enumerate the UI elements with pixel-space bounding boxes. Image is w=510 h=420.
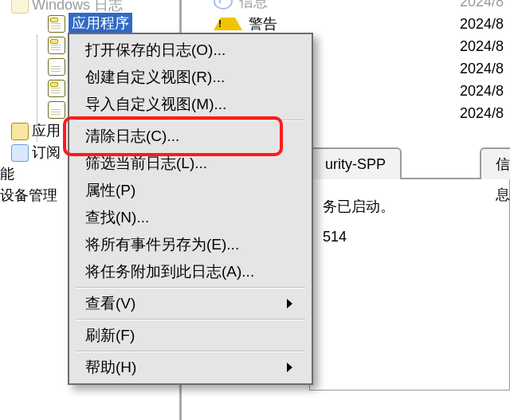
tree-item-label: 设备管理: [0, 185, 57, 206]
info-icon: [214, 0, 233, 10]
log-icon: [48, 58, 65, 76]
submenu-arrow-icon: [287, 354, 292, 381]
event-level: 警告: [249, 14, 277, 33]
event-date: 2024/8: [460, 16, 510, 33]
detail-text: 务已启动。: [323, 197, 496, 216]
detail-text: 514: [323, 229, 496, 245]
context-menu-item-r[interactable]: 创建自定义视图(R)...: [71, 64, 310, 91]
menu-item-label: 创建自定义视图(R)...: [85, 64, 225, 91]
detail-tabbar: urity-SPP 信息: [309, 147, 510, 179]
context-menu-item-v[interactable]: 查看(V): [71, 290, 310, 317]
context-menu-item-e[interactable]: 将所有事件另存为(E)...: [71, 231, 310, 258]
tab-label: urity-SPP: [325, 156, 386, 172]
menu-item-label: 筛选当前日志(L)...: [85, 150, 207, 177]
detail-body: 务已启动。 514: [309, 179, 510, 391]
menu-item-label: 帮助(H): [85, 354, 136, 381]
menu-item-label: 刷新(F): [85, 322, 135, 349]
submenu-arrow-icon: [287, 290, 292, 317]
tab-details[interactable]: 信息: [480, 147, 510, 179]
context-menu-item-l[interactable]: 筛选当前日志(L)...: [71, 150, 310, 177]
context-menu-separator: [76, 287, 305, 289]
log-icon: [48, 37, 65, 54]
context-menu-item-f[interactable]: 刷新(F): [71, 322, 310, 349]
menu-item-label: 导入自定义视图(M)...: [85, 91, 226, 118]
event-date: 2024/8: [460, 0, 510, 10]
context-menu-item-h[interactable]: 帮助(H): [71, 354, 310, 381]
tree-item-label: 应用程序: [69, 13, 132, 34]
event-date: 2024/8: [460, 38, 510, 55]
event-date: 2024/8: [460, 83, 510, 100]
event-date: 2024/8: [460, 61, 510, 77]
tree-guide-line: [37, 35, 37, 142]
tree-item-application[interactable]: 应用程序: [0, 13, 179, 34]
menu-item-label: 将任务附加到此日志(A)...: [85, 258, 254, 285]
folder-icon: [11, 123, 29, 140]
tree-item-label: 订阅: [32, 142, 61, 163]
menu-item-label: 打开保存的日志(O)...: [85, 37, 226, 64]
context-menu: 打开保存的日志(O)...创建自定义视图(R)...导入自定义视图(M)...清…: [68, 33, 313, 385]
context-menu-separator: [76, 319, 305, 320]
log-icon: [48, 80, 65, 97]
context-menu-item-m[interactable]: 导入自定义视图(M)...: [71, 91, 310, 118]
context-menu-separator: [76, 351, 305, 352]
event-level: 信息: [239, 0, 268, 11]
menu-item-label: 查看(V): [85, 290, 135, 317]
tree-item-label: 能: [0, 163, 14, 185]
event-row[interactable]: 警告 2024/8: [182, 13, 510, 35]
context-menu-item-a[interactable]: 将任务附加到此日志(A)...: [71, 258, 310, 285]
subscription-icon: [11, 144, 29, 162]
log-icon: [48, 101, 65, 119]
warning-icon: [214, 18, 242, 30]
event-date: 2024/8: [460, 105, 510, 122]
event-detail-panel: urity-SPP 信息 务已启动。 514: [309, 147, 510, 391]
tree-root-row[interactable]: Windows 日志: [0, 0, 179, 13]
context-menu-separator: [76, 120, 305, 121]
menu-item-label: 将所有事件另存为(E)...: [85, 231, 239, 258]
menu-item-label: 查找(N)...: [85, 204, 149, 231]
context-menu-item-n[interactable]: 查找(N)...: [71, 204, 310, 231]
log-icon: [48, 15, 65, 33]
menu-item-label: 属性(P): [85, 177, 135, 204]
context-menu-item-p[interactable]: 属性(P): [71, 177, 310, 204]
menu-item-label: 清除日志(C)...: [85, 123, 179, 150]
context-menu-item-c[interactable]: 清除日志(C)...: [71, 123, 310, 150]
tab-label: 信息: [496, 156, 510, 202]
context-menu-item-o[interactable]: 打开保存的日志(O)...: [71, 37, 310, 64]
tab-general[interactable]: urity-SPP: [309, 147, 402, 179]
folder-icon: [11, 0, 29, 14]
event-row[interactable]: 信息 2024/8: [182, 0, 510, 13]
